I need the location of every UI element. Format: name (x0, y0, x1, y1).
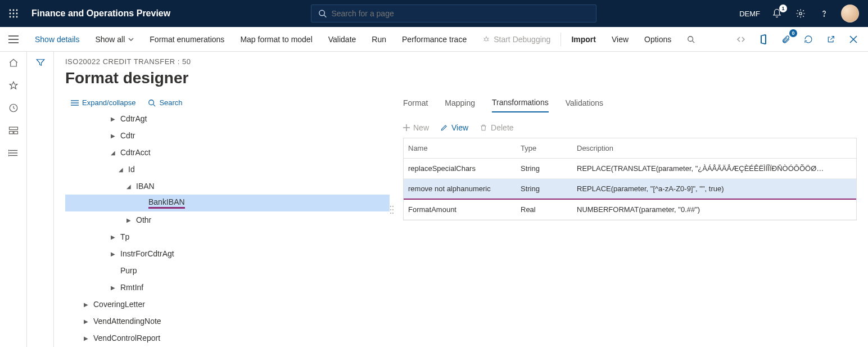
tree-node[interactable]: ▶Othr (65, 211, 390, 228)
svg-point-39 (149, 100, 154, 105)
svg-point-9 (319, 10, 325, 16)
global-search[interactable] (311, 4, 596, 22)
tree-node[interactable]: ▶RmtInf (65, 279, 390, 296)
svg-point-11 (799, 12, 802, 15)
details-pane: Format Mapping Transformations Validatio… (394, 96, 857, 346)
run-button[interactable]: Run (364, 27, 394, 51)
tree-search-button[interactable]: Search (148, 98, 182, 107)
help-icon[interactable] (817, 7, 831, 20)
tab-format[interactable]: Format (403, 98, 428, 112)
modules-icon[interactable] (8, 147, 19, 159)
body-row: ISO20022 CREDIT TRANSFER : 50 Format des… (0, 52, 868, 347)
svg-point-33 (8, 150, 9, 151)
tree-node[interactable]: ▶InstrForCdtrAgt (65, 245, 390, 262)
notification-badge: 1 (779, 4, 787, 12)
svg-line-18 (484, 38, 485, 38)
tree-node[interactable]: ▶Purp (65, 262, 390, 279)
left-rail (0, 52, 27, 347)
expand-collapse-button[interactable]: Expand/collapse (71, 98, 135, 107)
attachments-icon[interactable]: 0 (779, 33, 793, 46)
table-row-selected[interactable]: remove not alphanumeric String REPLACE(p… (404, 179, 856, 200)
col-header-description[interactable]: Description (572, 138, 856, 158)
tree-node[interactable]: ▶VendAttendingNote (65, 313, 390, 330)
home-icon[interactable] (8, 57, 19, 69)
splitter-handle[interactable] (390, 204, 394, 260)
tree-node[interactable]: ▶Cdtr (65, 127, 390, 144)
office-icon[interactable] (757, 33, 770, 46)
transformations-toolbar: New View Delete (403, 123, 857, 132)
tree-node[interactable]: ▶VendControlReport (65, 330, 390, 346)
pencil-icon (440, 124, 448, 132)
trash-icon (480, 124, 487, 132)
tab-transformations[interactable]: Transformations (492, 98, 549, 112)
expand-collapse-icon (71, 100, 79, 106)
svg-point-41 (390, 206, 391, 207)
svg-point-2 (16, 10, 18, 11)
user-avatar[interactable] (841, 4, 859, 22)
show-all-button[interactable]: Show all (87, 27, 142, 51)
tree-node[interactable]: ▶CdtrAgt (65, 110, 390, 127)
tab-validations[interactable]: Validations (566, 98, 603, 112)
favorites-icon[interactable] (8, 80, 19, 91)
command-separator (560, 33, 561, 46)
notifications-icon[interactable]: 1 (770, 7, 784, 20)
svg-rect-29 (13, 132, 17, 134)
format-enumerations-button[interactable]: Format enumerations (142, 27, 232, 51)
command-bar-right: 0 (734, 33, 868, 46)
table-row[interactable]: replaceSpecialChars String REPLACE(TRANS… (404, 159, 856, 179)
collapse-icon[interactable] (734, 33, 748, 46)
close-icon[interactable] (847, 33, 860, 46)
svg-point-1 (13, 10, 15, 11)
view-menu[interactable]: View (604, 27, 636, 51)
svg-point-4 (13, 13, 15, 15)
page-title: Format designer (65, 69, 857, 87)
tab-mapping[interactable]: Mapping (445, 98, 475, 112)
transformations-table: Name Type Description replaceSpecialChar… (403, 138, 857, 220)
cmd-search-icon[interactable] (679, 27, 703, 51)
recent-icon[interactable] (8, 102, 19, 114)
view-button[interactable]: View (440, 123, 468, 132)
svg-point-7 (13, 16, 15, 18)
options-menu[interactable]: Options (636, 27, 679, 51)
tree-toolbar: Expand/collapse Search (65, 96, 394, 110)
tree-node[interactable]: ▶CoveringLetter (65, 296, 390, 313)
import-button[interactable]: Import (563, 27, 604, 51)
svg-point-46 (392, 213, 394, 214)
app-launcher-icon[interactable] (0, 9, 27, 18)
col-header-name[interactable]: Name (404, 138, 516, 158)
tree-node[interactable]: ◢CdtrAcct (65, 144, 390, 161)
tree-node[interactable]: ◢Id (65, 161, 390, 178)
bug-icon (482, 35, 490, 43)
new-button[interactable]: New (403, 123, 429, 132)
svg-point-22 (688, 36, 693, 41)
panes: Expand/collapse Search ▶CdtrAgt ▶Cdtr ◢C… (65, 96, 857, 346)
table-row[interactable]: FormatAmount Real NUMBERFORMAT(parameter… (404, 200, 856, 220)
tree-node[interactable]: ◢IBAN (65, 178, 390, 195)
svg-rect-28 (9, 132, 13, 134)
attachments-badge: 0 (789, 29, 797, 37)
svg-point-5 (16, 13, 18, 15)
popout-icon[interactable] (824, 33, 838, 46)
tree-node-selected[interactable]: ▶BankIBAN (65, 195, 390, 211)
show-details-button[interactable]: Show details (27, 27, 87, 51)
svg-point-16 (485, 38, 488, 41)
delete-button[interactable]: Delete (480, 123, 513, 132)
svg-point-12 (824, 16, 824, 16)
settings-icon[interactable] (794, 7, 807, 20)
tree-pane: Expand/collapse Search ▶CdtrAgt ▶Cdtr ◢C… (65, 96, 394, 346)
breadcrumb: ISO20022 CREDIT TRANSFER : 50 (65, 57, 857, 66)
filter-icon[interactable] (35, 57, 46, 347)
global-search-input[interactable] (331, 9, 589, 18)
workspaces-icon[interactable] (8, 125, 19, 136)
top-bar: Finance and Operations Preview DEMF 1 (0, 0, 868, 27)
col-header-type[interactable]: Type (516, 138, 572, 158)
refresh-icon[interactable] (802, 33, 815, 46)
tree-node[interactable]: ▶Tp (65, 228, 390, 245)
map-format-button[interactable]: Map format to model (232, 27, 320, 51)
top-right-controls: DEMF 1 (739, 4, 868, 22)
performance-trace-button[interactable]: Performance trace (394, 27, 474, 51)
svg-rect-27 (9, 127, 17, 130)
company-code[interactable]: DEMF (739, 10, 760, 18)
validate-button[interactable]: Validate (320, 27, 364, 51)
nav-hamburger-icon[interactable] (0, 35, 27, 43)
